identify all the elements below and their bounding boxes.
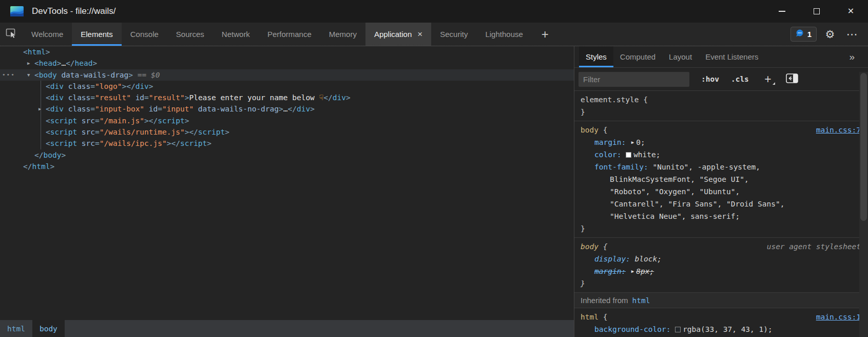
css-value[interactable]: 8px; xyxy=(636,267,654,275)
chevron-double-right-icon: » xyxy=(849,51,855,63)
longhand-expand-icon[interactable]: ▶ xyxy=(631,265,634,277)
css-property-line[interactable]: background-color: rgba(33, 37, 43, 1); xyxy=(581,323,861,335)
css-property[interactable]: display: xyxy=(594,255,630,263)
css-selector[interactable]: body xyxy=(581,242,599,251)
color-swatch[interactable] xyxy=(675,327,681,332)
tree-row[interactable]: </html> xyxy=(0,161,574,172)
css-value[interactable]: rgba(33, 37, 43, 1); xyxy=(683,325,773,333)
window-controls: ✕ xyxy=(765,0,868,23)
new-style-rule-button[interactable]: + xyxy=(761,72,775,86)
code-token: html xyxy=(28,48,46,56)
inherited-target-link[interactable]: html xyxy=(632,294,650,307)
tree-row[interactable]: ▶<div class="input-box" id="input" data-… xyxy=(0,103,574,115)
tab-styles[interactable]: Styles xyxy=(579,46,613,67)
scrollbar-thumb[interactable] xyxy=(860,73,867,221)
node-gutter-dots[interactable]: ••• xyxy=(2,69,15,81)
close-button[interactable]: ✕ xyxy=(834,0,868,23)
more-panels-button[interactable]: » xyxy=(849,46,855,67)
close-brace: } xyxy=(581,106,861,118)
code-token: > xyxy=(50,162,54,171)
css-property[interactable]: background-color: xyxy=(594,325,670,333)
css-selector[interactable]: body xyxy=(581,126,599,134)
more-options-button[interactable]: ⋯ xyxy=(843,26,861,43)
more-tools-button[interactable]: + xyxy=(532,23,558,46)
stylesheet-link[interactable]: main.css:7 xyxy=(816,124,861,136)
breadcrumb-item-body[interactable]: body xyxy=(32,320,65,337)
css-selector[interactable]: element.style xyxy=(581,96,639,104)
css-value[interactable]: block; xyxy=(635,255,662,263)
toggle-sidebar-button[interactable] xyxy=(786,73,798,85)
style-rule: element.style {} xyxy=(574,91,868,121)
inspect-icon xyxy=(6,28,17,41)
css-property-line[interactable]: margin: ▶8px; xyxy=(581,265,861,277)
tree-row[interactable]: <div class="result" id="result">Please e… xyxy=(0,92,574,103)
styles-filter-input[interactable] xyxy=(578,72,689,87)
expand-arrow-closed-icon[interactable]: ▶ xyxy=(38,103,46,115)
expand-arrow-open-icon[interactable]: ▼ xyxy=(27,69,34,81)
code-token: == $0 xyxy=(133,71,160,79)
stylesheet-link[interactable]: main.css:1 xyxy=(816,311,861,323)
color-swatch[interactable] xyxy=(626,152,631,158)
css-property-line[interactable]: color: white; xyxy=(581,148,861,161)
tab-console[interactable]: Console xyxy=(122,23,167,46)
code-token: head xyxy=(39,59,57,67)
tree-row[interactable]: ▶<head>…</head> xyxy=(0,58,574,69)
css-property[interactable]: color: xyxy=(594,151,621,159)
tab-security[interactable]: Security xyxy=(431,23,476,46)
css-property[interactable]: font-family: xyxy=(594,163,648,171)
settings-button[interactable]: ⚙ xyxy=(821,26,839,43)
code-token: </ xyxy=(126,82,135,90)
tree-row[interactable]: <script src="/wails/ipc.js"></script> xyxy=(0,138,574,149)
code-token: > xyxy=(144,117,149,125)
tree-row[interactable]: <script src="/wails/runtime.js"></script… xyxy=(0,126,574,138)
tab-application[interactable]: Application× xyxy=(365,23,431,46)
rule-selector-line: body { xyxy=(581,124,607,136)
issues-button[interactable]: 1 xyxy=(790,27,817,42)
inspect-element-button[interactable] xyxy=(0,23,23,46)
code-token: > xyxy=(149,82,153,90)
tree-row[interactable]: •••▼<body data-wails-drag> == $0 xyxy=(0,69,574,81)
tab-layout[interactable]: Layout xyxy=(662,46,699,67)
css-selector[interactable]: html xyxy=(581,313,599,321)
issues-chat-icon xyxy=(796,29,804,39)
code-token: src xyxy=(77,128,95,136)
tree-row[interactable]: <script src="/main.js"></script> xyxy=(0,115,574,126)
css-property[interactable]: margin: xyxy=(594,267,626,275)
tab-performance[interactable]: Performance xyxy=(259,23,320,46)
css-value[interactable]: 0; xyxy=(636,138,645,146)
tree-row[interactable]: <div class="logo"></div> xyxy=(0,81,574,92)
scrollbar[interactable] xyxy=(859,72,868,337)
css-property[interactable]: margin: xyxy=(594,138,626,146)
css-property-line[interactable]: display: block; xyxy=(581,253,861,265)
tab-network[interactable]: Network xyxy=(213,23,259,46)
tab-sources[interactable]: Sources xyxy=(167,23,213,46)
tab-memory[interactable]: Memory xyxy=(320,23,365,46)
tree-row[interactable]: <html> xyxy=(0,46,574,58)
expand-arrow-closed-icon[interactable]: ▶ xyxy=(27,58,34,69)
pseudo-state-toggle[interactable]: :hov xyxy=(701,75,719,83)
code-token: </ xyxy=(34,151,43,159)
rule-header: html {main.css:1 xyxy=(581,311,861,323)
breadcrumb-item-html[interactable]: html xyxy=(0,320,32,337)
tab-elements[interactable]: Elements xyxy=(72,23,122,46)
code-token: script xyxy=(50,128,77,136)
css-property-line[interactable]: margin: ▶0; xyxy=(581,136,861,148)
tab-lighthouse[interactable]: Lighthouse xyxy=(476,23,531,46)
tab-welcome[interactable]: Welcome xyxy=(23,23,72,46)
close-tab-icon[interactable]: × xyxy=(417,30,422,39)
class-toggle[interactable]: .cls xyxy=(731,75,749,83)
tab-computed[interactable]: Computed xyxy=(613,46,662,67)
code-token: < xyxy=(46,93,50,102)
css-value[interactable]: white; xyxy=(633,151,660,159)
code-token: script xyxy=(158,117,184,125)
tree-row[interactable]: </body> xyxy=(0,149,574,161)
tab-event-listeners[interactable]: Event Listeners xyxy=(699,46,765,67)
longhand-expand-icon[interactable]: ▶ xyxy=(631,136,634,148)
css-value[interactable]: "Nunito", -apple-system, xyxy=(653,163,761,171)
window-title: DevTools - file://wails/ xyxy=(32,6,115,16)
maximize-button[interactable] xyxy=(799,0,834,23)
code-token: body xyxy=(39,71,57,79)
minimize-button[interactable] xyxy=(765,0,799,23)
css-property-line[interactable]: font-family: "Nunito", -apple-system, xyxy=(581,161,861,173)
code-token: = xyxy=(90,93,95,102)
